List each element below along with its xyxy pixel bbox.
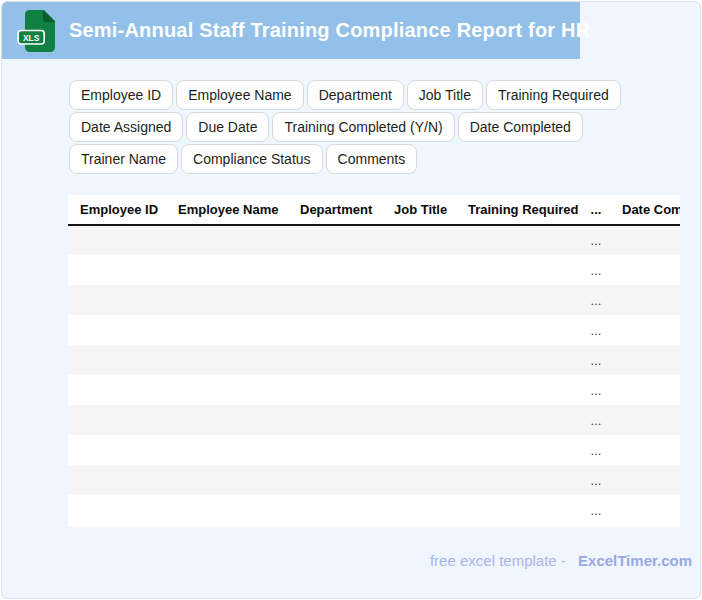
titlebar: XLS Semi-Annual Staff Training Complianc… [2, 2, 580, 59]
table-cell [382, 285, 456, 315]
table-cell [610, 255, 680, 285]
footer-text: free excel template - [430, 552, 566, 569]
table-cell [68, 345, 166, 375]
table-cell [456, 405, 582, 435]
table-row: ... [68, 285, 680, 315]
table-cell [610, 225, 680, 255]
table-cell [68, 285, 166, 315]
table-row: ... [68, 345, 680, 375]
table-row: ... [68, 495, 680, 525]
table-cell [68, 225, 166, 255]
table-row: ... [68, 375, 680, 405]
field-chip[interactable]: Training Required [486, 80, 621, 110]
field-chip[interactable]: Employee ID [69, 80, 173, 110]
table-header-row: Employee IDEmployee NameDepartmentJob Ti… [68, 195, 680, 225]
table-cell [68, 495, 166, 525]
table-cell [166, 435, 288, 465]
table-cell [382, 495, 456, 525]
column-header: Department [288, 195, 382, 225]
field-chips: Employee IDEmployee NameDepartmentJob Ti… [69, 80, 621, 174]
table-cell [382, 345, 456, 375]
ellipsis-cell: ... [582, 375, 610, 405]
table-cell [288, 465, 382, 495]
table-container: Employee IDEmployee NameDepartmentJob Ti… [68, 195, 680, 527]
table-cell [456, 435, 582, 465]
table-cell [68, 435, 166, 465]
ellipsis-cell: ... [582, 255, 610, 285]
table-cell [456, 465, 582, 495]
field-chip[interactable]: Job Title [407, 80, 483, 110]
footer-credit: free excel template - ExcelTimer.com [430, 551, 692, 570]
field-chip[interactable]: Comments [326, 144, 418, 174]
ellipsis-cell: ... [582, 225, 610, 255]
table-cell [610, 435, 680, 465]
table-cell [456, 375, 582, 405]
table-cell [288, 285, 382, 315]
table-row: ... [68, 435, 680, 465]
field-chip[interactable]: Due Date [186, 112, 269, 142]
field-chip[interactable]: Trainer Name [69, 144, 178, 174]
table-cell [610, 495, 680, 525]
ellipsis-cell: ... [582, 405, 610, 435]
table-cell [456, 225, 582, 255]
table-cell [610, 285, 680, 315]
column-header: ... [582, 195, 610, 225]
table-row: ... [68, 405, 680, 435]
table-row: ... [68, 465, 680, 495]
column-header: Job Title [382, 195, 456, 225]
table-cell [288, 345, 382, 375]
table-cell [166, 345, 288, 375]
table-row: ... [68, 255, 680, 285]
table-cell [610, 345, 680, 375]
ellipsis-cell: ... [582, 465, 610, 495]
field-chip[interactable]: Compliance Status [181, 144, 323, 174]
table-cell [456, 315, 582, 345]
ellipsis-cell: ... [582, 315, 610, 345]
chip-row: Date AssignedDue DateTraining Completed … [69, 112, 621, 142]
ellipsis-cell: ... [582, 345, 610, 375]
field-chip[interactable]: Employee Name [176, 80, 304, 110]
chip-row: Trainer NameCompliance StatusComments [69, 144, 621, 174]
field-chip[interactable]: Department [307, 80, 404, 110]
column-header: Training Required [456, 195, 582, 225]
table-cell [456, 345, 582, 375]
ellipsis-cell: ... [582, 285, 610, 315]
table-row: ... [68, 225, 680, 255]
table-cell [166, 315, 288, 345]
chip-row: Employee IDEmployee NameDepartmentJob Ti… [69, 80, 621, 110]
table-cell [166, 255, 288, 285]
field-chip[interactable]: Training Completed (Y/N) [272, 112, 454, 142]
table-cell [166, 225, 288, 255]
preview-table: Employee IDEmployee NameDepartmentJob Ti… [68, 195, 680, 525]
table-cell [68, 255, 166, 285]
table-cell [382, 315, 456, 345]
table-cell [68, 465, 166, 495]
ellipsis-cell: ... [582, 495, 610, 525]
table-cell [166, 285, 288, 315]
field-chip[interactable]: Date Assigned [69, 112, 183, 142]
table-cell [68, 315, 166, 345]
table-body: .............................. [68, 225, 680, 525]
table-cell [166, 375, 288, 405]
column-header: Employee Name [166, 195, 288, 225]
table-cell [288, 225, 382, 255]
column-header: Date Completed [610, 195, 680, 225]
ellipsis-cell: ... [582, 435, 610, 465]
table-cell [382, 405, 456, 435]
footer-brand-link[interactable]: ExcelTimer.com [578, 552, 692, 569]
table-cell [288, 435, 382, 465]
field-chip[interactable]: Date Completed [458, 112, 583, 142]
table-cell [288, 375, 382, 405]
table-cell [166, 465, 288, 495]
table-cell [610, 405, 680, 435]
table-cell [166, 495, 288, 525]
column-header: Employee ID [68, 195, 166, 225]
table-cell [456, 495, 582, 525]
table-cell [382, 255, 456, 285]
table-cell [610, 465, 680, 495]
table-cell [382, 375, 456, 405]
table-cell [166, 405, 288, 435]
table-cell [288, 255, 382, 285]
table-cell [68, 375, 166, 405]
table-cell [382, 225, 456, 255]
